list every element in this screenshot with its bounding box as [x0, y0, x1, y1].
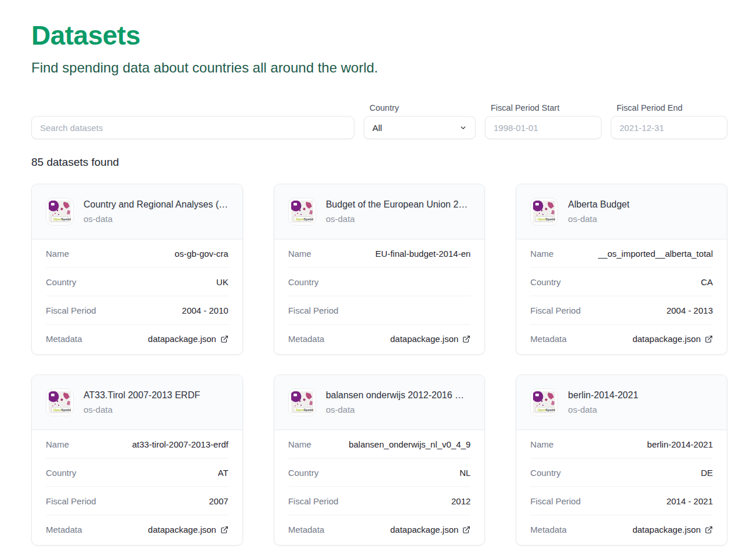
country-row: Country NL	[288, 459, 471, 487]
datapackage-link-text: datapackage.json	[632, 525, 701, 534]
dataset-card-titles: AT33.Tirol 2007-2013 ERDF os-data	[84, 390, 200, 414]
metadata-row: Metadata datapackage.json	[46, 515, 229, 544]
datapackage-link[interactable]: datapackage.json	[148, 334, 229, 344]
dataset-card-titles: Budget of the European Union 2014 os-dat…	[326, 199, 471, 224]
name-row-label: Name	[530, 249, 553, 259]
fiscal-end-label: Fiscal Period End	[617, 103, 727, 112]
fiscal-period-row-value: 2012	[451, 496, 470, 506]
country-row-value: DE	[701, 468, 713, 478]
fiscal-period-row: Fiscal Period 2014 - 2021	[530, 487, 713, 515]
external-link-icon	[705, 335, 713, 343]
name-row-label: Name	[46, 439, 69, 449]
dataset-card-titles: balansen onderwijs 2012-2016 NL v4.9 os-…	[326, 390, 471, 414]
openspending-logo-icon: Open Spending	[530, 198, 558, 226]
metadata-row-label: Metadata	[530, 525, 567, 534]
country-filter-label: Country	[369, 103, 476, 112]
dataset-card-body: Name EU-final-budget-2014-en Country Fis…	[274, 239, 485, 354]
country-row-value: UK	[216, 277, 229, 287]
datapackage-link-text: datapackage.json	[390, 334, 459, 344]
name-row: Name balansen_onderwijs_nl_v0_4_9	[288, 430, 471, 459]
metadata-row-label: Metadata	[46, 525, 82, 534]
datapackage-link[interactable]: datapackage.json	[632, 334, 713, 344]
fiscal-start-label: Fiscal Period Start	[491, 103, 602, 112]
chevron-down-icon	[459, 124, 467, 132]
datapackage-link[interactable]: datapackage.json	[632, 525, 713, 534]
country-filter: Country All	[364, 103, 476, 139]
name-row: Name os-gb-gov-cra	[46, 239, 229, 268]
dataset-card[interactable]: Open Spending Budget of the European Uni…	[274, 184, 485, 355]
datapackage-link[interactable]: datapackage.json	[390, 525, 471, 534]
dataset-card[interactable]: Open Spending balansen onderwijs 2012-20…	[274, 374, 485, 546]
name-row-value: __os_imported__alberta_total	[598, 249, 713, 259]
fiscal-period-row: Fiscal Period 2004 - 2010	[46, 296, 229, 325]
metadata-row-label: Metadata	[530, 334, 567, 344]
dataset-owner: os-data	[84, 405, 200, 414]
fiscal-end-input[interactable]	[611, 116, 727, 139]
dataset-owner: os-data	[84, 214, 229, 224]
svg-text:Spending: Spending	[546, 408, 556, 412]
country-row-label: Country	[530, 468, 561, 478]
svg-text:Spending: Spending	[61, 217, 71, 221]
fiscal-period-row-label: Fiscal Period	[46, 306, 96, 315]
dataset-owner: os-data	[326, 405, 471, 414]
dataset-card[interactable]: Open Spending AT33.Tirol 2007-2013 ERDF …	[31, 374, 243, 546]
name-row-value: balansen_onderwijs_nl_v0_4_9	[349, 439, 470, 449]
dataset-grid: Open Spending Country and Regional Analy…	[31, 184, 727, 546]
page-subtitle: Find spending data about countries all a…	[31, 60, 727, 76]
name-row-label: Name	[288, 439, 311, 449]
dataset-card[interactable]: Open Spending Country and Regional Analy…	[31, 184, 243, 355]
dataset-owner: os-data	[326, 214, 471, 224]
dataset-card-header: Open Spending AT33.Tirol 2007-2013 ERDF …	[32, 375, 242, 430]
dataset-card-titles: Alberta Budget os-data	[568, 199, 629, 224]
svg-text:Spending: Spending	[546, 217, 556, 221]
dataset-card-body: Name berlin-2014-2021 Country DE Fiscal …	[516, 430, 727, 545]
fiscal-period-row-value: 2004 - 2013	[666, 306, 713, 315]
openspending-logo-icon: Open Spending	[46, 388, 74, 416]
svg-text:Spending: Spending	[303, 408, 313, 412]
metadata-row: Metadata datapackage.json	[288, 515, 471, 544]
metadata-row-label: Metadata	[288, 525, 325, 534]
country-row: Country AT	[46, 459, 229, 487]
dataset-card-body: Name balansen_onderwijs_nl_v0_4_9 Countr…	[274, 430, 485, 545]
search-column	[31, 116, 354, 139]
external-link-icon	[220, 526, 229, 534]
dataset-card-header: Open Spending Country and Regional Analy…	[32, 184, 242, 239]
datapackage-link-text: datapackage.json	[148, 334, 216, 344]
dataset-title: balansen onderwijs 2012-2016 NL v4.9	[326, 390, 471, 401]
fiscal-start-filter: Fiscal Period Start	[485, 103, 602, 139]
external-link-icon	[220, 335, 229, 343]
country-select[interactable]: All	[364, 116, 476, 139]
fiscal-period-row-label: Fiscal Period	[288, 496, 339, 506]
country-row-label: Country	[46, 277, 77, 287]
svg-text:Spending: Spending	[61, 408, 71, 412]
datapackage-link[interactable]: datapackage.json	[390, 334, 471, 344]
openspending-logo-icon: Open Spending	[288, 388, 316, 416]
name-row-value: os-gb-gov-cra	[175, 249, 229, 259]
fiscal-end-filter: Fiscal Period End	[611, 103, 727, 139]
dataset-card[interactable]: Open Spending Alberta Budget os-data Nam…	[516, 184, 727, 355]
country-row-value: NL	[459, 468, 470, 478]
country-row-label: Country	[46, 468, 77, 478]
dataset-title: Country and Regional Analyses (CRA) - UK…	[84, 199, 229, 210]
metadata-row: Metadata datapackage.json	[530, 325, 713, 353]
dataset-card-header: Open Spending berlin-2014-2021 os-data	[516, 375, 727, 430]
dataset-card[interactable]: Open Spending berlin-2014-2021 os-data N…	[516, 374, 727, 546]
country-row-label: Country	[288, 468, 319, 478]
metadata-row: Metadata datapackage.json	[288, 325, 471, 353]
datapackage-link[interactable]: datapackage.json	[148, 525, 229, 534]
search-input[interactable]	[31, 116, 354, 139]
dataset-card-header: Open Spending Alberta Budget os-data	[516, 184, 727, 239]
metadata-row-label: Metadata	[46, 334, 82, 344]
external-link-icon	[462, 526, 470, 534]
fiscal-start-input[interactable]	[485, 116, 602, 139]
name-row: Name __os_imported__alberta_total	[530, 239, 713, 268]
name-row-value: berlin-2014-2021	[647, 439, 713, 449]
fiscal-period-row-label: Fiscal Period	[530, 496, 581, 506]
country-row-value: CA	[701, 277, 713, 287]
fiscal-period-row-label: Fiscal Period	[46, 496, 96, 506]
dataset-owner: os-data	[568, 405, 638, 414]
external-link-icon	[462, 335, 470, 343]
fiscal-period-row: Fiscal Period	[288, 296, 471, 325]
name-row-label: Name	[288, 249, 311, 259]
country-row-label: Country	[530, 277, 561, 287]
